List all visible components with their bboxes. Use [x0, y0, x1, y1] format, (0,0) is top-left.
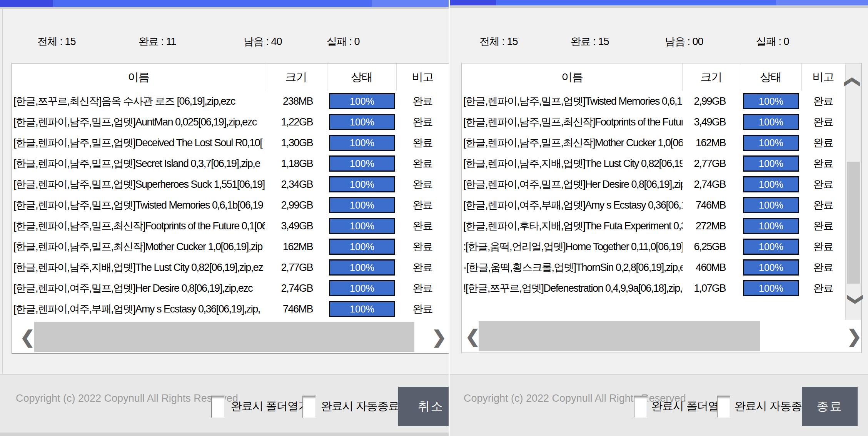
scroll-left-icon[interactable]: ❮	[20, 328, 35, 346]
file-name: [한글,렌파이,여주,밀프,업뎃]Her Desire 0,8[06,19],z…	[462, 174, 683, 195]
column-header-size[interactable]: 크기	[265, 63, 327, 91]
progress-label: 100%	[350, 117, 374, 128]
progress-label: 100%	[759, 96, 783, 107]
table-body: [한글,쯔꾸르,최신작]음옥 수사관 로즈 [06,19],zip,ezc238…	[12, 91, 449, 319]
title-bar-divider	[0, 7, 449, 9]
column-header-status[interactable]: 상태	[327, 63, 397, 91]
title-bar-divider	[450, 5, 868, 8]
title-bar[interactable]	[0, 0, 449, 7]
progress-bar: 100%	[329, 135, 395, 151]
vertical-scrollbar[interactable]: ❮ ❮	[845, 63, 861, 327]
file-size: 2,34GB	[265, 174, 327, 195]
column-header-status[interactable]: 상태	[740, 63, 802, 91]
file-size: 1,07GB	[683, 278, 740, 299]
footer: Copyright (c) 2022 Copynull All Rights R…	[450, 375, 868, 436]
progress-bar: 100%	[329, 239, 395, 255]
table-row[interactable]: [한글,렌파이,남주,밀프,최신작]Mother Cucker 1,0[06,1…	[12, 236, 449, 257]
table-row[interactable]: [한글,렌파이,여주,부패,업뎃]Amy s Ecstasy 0,36[06,1…	[462, 195, 861, 215]
progress-label: 100%	[350, 179, 374, 190]
table-row[interactable]: [한글,렌파이,남주,밀프,업뎃]Twisted Memories 0,6,1b…	[12, 195, 449, 215]
open-folder-checkbox[interactable]	[634, 396, 648, 418]
auto-exit-checkbox[interactable]	[717, 396, 731, 418]
table-row[interactable]: [한글,렌파이,여주,밀프,업뎃]Her Desire 0,8[06,19],z…	[12, 278, 449, 299]
table-row[interactable]: [한글,렌파이,남주,지배,업뎃]The Lust City 0,82[06,1…	[462, 153, 861, 174]
table-row[interactable]: [한글,렌파이,남주,밀프,최신작]Footprints of the Futu…	[462, 112, 861, 132]
note-label: 완료	[802, 174, 845, 195]
table-row[interactable]: [한글,렌파이,남주,밀프,업뎃]Deceived The Lost Soul …	[12, 132, 449, 153]
progress-label: 100%	[350, 283, 374, 294]
table-row[interactable]: [한글,렌파이,여주,부패,업뎃]Amy s Ecstasy 0,36[06,1…	[12, 299, 449, 319]
table-row[interactable]: [한글,렌파이,남주,밀프,최신작]Mother Cucker 1,0[06,1…	[462, 132, 861, 153]
note-label: 완료	[802, 195, 845, 215]
note-label: 완료	[397, 112, 449, 132]
scroll-up-icon[interactable]: ❮	[846, 75, 861, 89]
column-header-note[interactable]: 비고	[397, 63, 449, 91]
vertical-scrollbar-thumb[interactable]	[847, 162, 860, 284]
progress-label: 100%	[759, 158, 783, 169]
auto-exit-checkbox[interactable]	[302, 396, 316, 418]
table-row[interactable]: [한글,렌파이,여주,밀프,업뎃]Her Desire 0,8[06,19],z…	[462, 174, 861, 195]
column-header-note[interactable]: 비고	[802, 63, 845, 91]
file-name: [한글,렌파이,여주,밀프,업뎃]Her Desire 0,8[06,19],z…	[12, 278, 265, 299]
file-name: [한글,렌파이,남주,밀프,업뎃]Twisted Memories 0,6,1b…	[12, 195, 265, 215]
file-size: 2,99GB	[265, 195, 327, 215]
scroll-down-icon[interactable]: ❮	[846, 293, 861, 306]
table-row[interactable]: [한글,렌파이,남주,밀프,업뎃]AuntMan 0,025[06,19],zi…	[12, 112, 449, 132]
title-bar-light-segment	[776, 0, 868, 5]
file-size: 6,25GB	[683, 236, 740, 257]
column-header-name[interactable]: 이름	[12, 63, 265, 91]
table-row[interactable]: [한글,렌파이,남주,밀프,업뎃]Superheroes Suck 1,551[…	[12, 174, 449, 195]
table-row[interactable]: [한글,렌파이,남주,밀프,업뎃]Twisted Memories 0,6,1b…	[462, 91, 861, 112]
open-folder-checkbox[interactable]	[211, 396, 225, 418]
file-name: [한글,렌파이,여주,부패,업뎃]Amy s Ecstasy 0,36[06,1…	[12, 299, 265, 319]
auto-exit-label: 완료시 자동종료	[321, 399, 399, 414]
note-label: 완료	[802, 236, 845, 257]
table-row[interactable]: [한글,쯔꾸르,최신작]음옥 수사관 로즈 [06,19],zip,ezc238…	[12, 91, 449, 112]
note-label: 완료	[802, 91, 845, 112]
progress-bar: 100%	[743, 93, 799, 109]
status-cell: 100%	[740, 112, 802, 132]
horizontal-scrollbar[interactable]: ❮ ❯	[462, 320, 861, 352]
open-folder-label: 완료시 폴더열기	[231, 399, 309, 414]
table-body: [한글,렌파이,남주,밀프,업뎃]Twisted Memories 0,6,1b…	[462, 91, 861, 299]
horizontal-scrollbar-thumb[interactable]	[34, 322, 414, 352]
horizontal-scrollbar[interactable]: ❮ ❯	[12, 321, 449, 353]
file-name: ·[한글,움떡,횡스크롤,업뎃]ThornSin 0,2,8[06,19],zi…	[462, 257, 683, 278]
table-row[interactable]: [한글,렌파이,남주,밀프,최신작]Footprints of the Futu…	[12, 215, 449, 236]
file-name: [한글,렌파이,남주,밀프,최신작]Footprints of the Futu…	[462, 112, 683, 132]
stat-remaining: 남음 : 40	[244, 35, 282, 48]
horizontal-scrollbar-thumb[interactable]	[479, 321, 760, 351]
table-row[interactable]: :[한글,움떡,언리얼,업뎃]Home Together 0,11,0[06,1…	[462, 236, 861, 257]
file-name: [한글,렌파이,남주,밀프,업뎃]Twisted Memories 0,6,1b…	[462, 91, 683, 112]
column-header-name[interactable]: 이름	[462, 63, 683, 91]
table-row[interactable]: [한글,렌파이,후타,지배,업뎃]The Futa Experiment 0,3…	[462, 215, 861, 236]
status-cell: 100%	[327, 257, 397, 278]
progress-label: 100%	[759, 283, 783, 294]
table-row[interactable]: ·[한글,움떡,횡스크롤,업뎃]ThornSin 0,2,8[06,19],zi…	[462, 257, 861, 278]
progress-label: 100%	[350, 221, 374, 232]
table-row[interactable]: ![한글,쯔꾸르,업뎃]Defenestration 0,4,9,9a[06,1…	[462, 278, 861, 299]
status-cell: 100%	[327, 236, 397, 257]
cancel-button[interactable]: 취소	[398, 387, 449, 426]
scroll-right-icon[interactable]: ❯	[432, 328, 447, 346]
progress-bar: 100%	[329, 280, 395, 296]
file-name: [한글,렌파이,여주,부패,업뎃]Amy s Ecstasy 0,36[06,1…	[462, 195, 683, 215]
progress-bar: 100%	[329, 259, 395, 276]
scroll-right-icon[interactable]: ❯	[847, 327, 862, 345]
table-row[interactable]: [한글,렌파이,남주,지배,업뎃]The Lust City 0,82[06,1…	[12, 257, 449, 278]
note-label: 완료	[397, 215, 449, 236]
footer: Copyright (c) 2022 Copynull All Rights R…	[0, 375, 449, 436]
table-row[interactable]: [한글,렌파이,남주,밀프,업뎃]Secret Island 0,3,7[06,…	[12, 153, 449, 174]
title-bar-dark-segment	[0, 0, 53, 7]
scroll-left-icon[interactable]: ❮	[465, 327, 480, 345]
status-cell: 100%	[740, 195, 802, 215]
exit-button[interactable]: 종료	[802, 387, 858, 426]
progress-label: 100%	[350, 262, 374, 273]
title-bar[interactable]	[450, 0, 868, 5]
column-header-size[interactable]: 크기	[683, 63, 740, 91]
progress-label: 100%	[759, 262, 783, 273]
status-cell: 100%	[327, 215, 397, 236]
window-left-border	[2, 9, 3, 432]
status-cell: 100%	[740, 91, 802, 112]
stat-remaining: 남음 : 00	[665, 35, 703, 48]
